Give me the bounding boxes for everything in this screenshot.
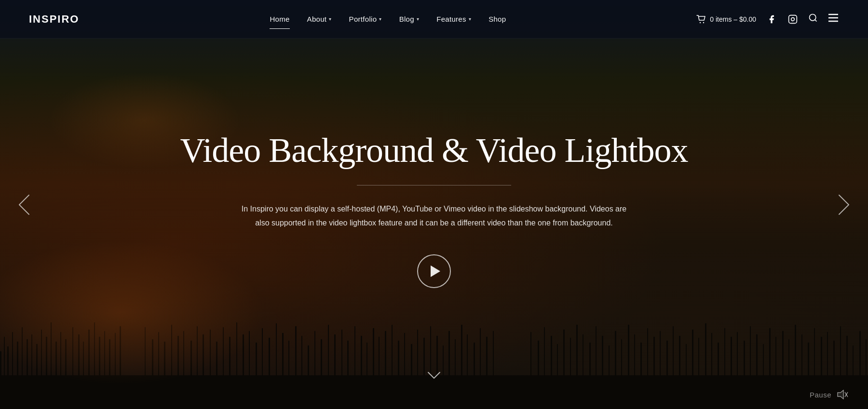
search-icon[interactable] <box>808 13 818 25</box>
cart-label: 0 items – $0.00 <box>710 15 756 23</box>
hero-section: INSPIRO Home About ▾ Portfolio ▾ Blog ▾ … <box>0 0 868 409</box>
svg-point-134 <box>700 22 701 23</box>
hero-description: In Inspiro you can display a self-hosted… <box>241 202 627 230</box>
svg-marker-143 <box>838 390 843 399</box>
pause-button[interactable]: Pause <box>810 391 831 399</box>
hero-divider <box>357 185 511 185</box>
video-controls: Pause <box>810 390 849 399</box>
nav-item-home-label: Home <box>270 15 289 23</box>
mute-button[interactable] <box>837 390 849 399</box>
nav-item-features[interactable]: Features ▾ <box>428 10 480 28</box>
nav-item-shop[interactable]: Shop <box>480 10 515 28</box>
about-chevron-icon: ▾ <box>329 16 331 22</box>
slider-prev-button[interactable] <box>10 190 39 219</box>
navbar: INSPIRO Home About ▾ Portfolio ▾ Blog ▾ … <box>0 0 868 39</box>
nav-item-about-label: About <box>307 15 327 23</box>
scroll-down-button[interactable] <box>427 370 441 383</box>
svg-point-135 <box>703 22 704 23</box>
svg-rect-136 <box>789 15 797 23</box>
slider-next-button[interactable] <box>829 190 858 219</box>
nav-item-blog[interactable]: Blog ▾ <box>391 10 428 28</box>
portfolio-chevron-icon: ▾ <box>379 16 381 22</box>
nav-item-features-label: Features <box>436 15 466 23</box>
hero-title: Video Background & Video Lightbox <box>180 131 688 171</box>
play-icon <box>431 265 440 277</box>
facebook-icon[interactable] <box>766 13 777 25</box>
nav-item-portfolio-label: Portfolio <box>349 15 377 23</box>
nav-right: 0 items – $0.00 <box>696 13 839 26</box>
nav-item-home[interactable]: Home <box>261 10 298 28</box>
hero-content: Video Background & Video Lightbox In Ins… <box>0 39 868 409</box>
nav-item-about[interactable]: About ▾ <box>298 10 340 28</box>
instagram-icon[interactable] <box>787 13 799 25</box>
nav-menu: Home About ▾ Portfolio ▾ Blog ▾ Features… <box>261 10 515 28</box>
cart-button[interactable]: 0 items – $0.00 <box>696 15 756 24</box>
logo[interactable]: INSPIRO <box>29 13 79 26</box>
hamburger-menu-icon[interactable] <box>827 13 839 26</box>
svg-point-138 <box>810 14 816 21</box>
svg-line-139 <box>815 20 817 22</box>
cart-icon <box>696 15 706 24</box>
nav-item-blog-label: Blog <box>399 15 414 23</box>
play-button[interactable] <box>417 254 451 288</box>
blog-chevron-icon: ▾ <box>417 16 419 22</box>
features-chevron-icon: ▾ <box>469 16 471 22</box>
nav-item-portfolio[interactable]: Portfolio ▾ <box>340 10 391 28</box>
nav-item-shop-label: Shop <box>488 15 506 23</box>
